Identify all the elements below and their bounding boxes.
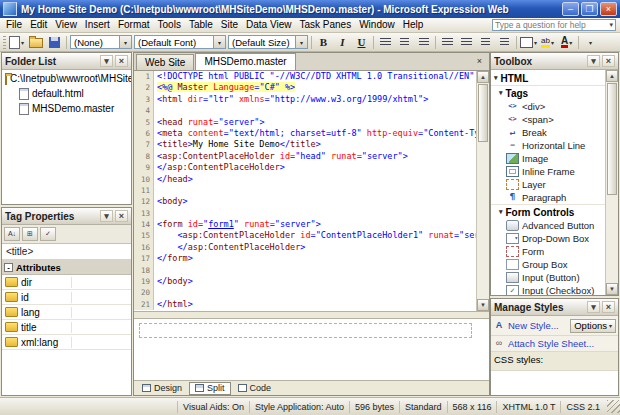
- scroll-down-icon[interactable]: ▼: [606, 283, 618, 295]
- toolbox-item-layer[interactable]: Layer: [491, 178, 605, 191]
- file-item-default-html[interactable]: default.html: [2, 86, 131, 101]
- align-center-button[interactable]: [396, 34, 413, 50]
- attribute-row-title[interactable]: title: [2, 320, 131, 335]
- scroll-down-icon[interactable]: ▼: [477, 299, 489, 311]
- file-item-mhsdemo-master[interactable]: MHSDemo.master: [2, 101, 131, 116]
- code-view[interactable]: 1<!DOCTYPE html PUBLIC "-//W3C//DTD XHTM…: [134, 71, 489, 312]
- toolbox-item-input-button[interactable]: Input (Button): [491, 271, 605, 284]
- scroll-up-icon[interactable]: ▲: [477, 71, 489, 83]
- close-icon[interactable]: ×: [602, 55, 615, 67]
- design-view[interactable]: [134, 319, 489, 381]
- toolbox-section-html[interactable]: ▾HTML: [491, 71, 605, 85]
- menu-item-file[interactable]: File: [2, 18, 26, 32]
- resize-grip[interactable]: [607, 400, 620, 413]
- attribute-row-dir[interactable]: dir: [2, 275, 131, 290]
- scroll-thumb[interactable]: [607, 83, 617, 195]
- underline-button[interactable]: U: [353, 34, 370, 50]
- decrease-indent-button[interactable]: [477, 34, 494, 50]
- tab-mhsdemo-master[interactable]: MHSDemo.master: [195, 53, 295, 70]
- open-button[interactable]: [27, 34, 44, 50]
- folder-list-header[interactable]: Folder List ▾ ×: [2, 53, 131, 70]
- panel-menu-icon[interactable]: ▾: [100, 55, 113, 67]
- attributes-section-header[interactable]: - Attributes: [2, 260, 131, 275]
- scroll-up-icon[interactable]: ▲: [606, 70, 618, 82]
- chevron-down-icon[interactable]: ▾: [295, 36, 307, 48]
- view-button-split[interactable]: Split: [189, 382, 231, 395]
- font-dropdown[interactable]: (Default Font)▾: [134, 35, 226, 49]
- tag-properties-header[interactable]: Tag Properties ▾ ×: [2, 208, 131, 225]
- borders-button[interactable]: ▾: [520, 34, 537, 50]
- manage-styles-header[interactable]: Manage Styles ▾ ×: [491, 299, 618, 316]
- toolbox-item-span[interactable]: <span>: [491, 113, 605, 126]
- increase-indent-button[interactable]: [496, 34, 513, 50]
- close-icon[interactable]: ×: [115, 210, 128, 222]
- toolbox-item-div[interactable]: <div>: [491, 100, 605, 113]
- scroll-thumb[interactable]: [478, 84, 488, 142]
- toolbox-item-input-checkbox[interactable]: Input (Checkbox): [491, 284, 605, 295]
- close-icon[interactable]: ×: [115, 55, 128, 67]
- italic-button[interactable]: I: [334, 34, 351, 50]
- toolbox-item-image[interactable]: Image: [491, 152, 605, 165]
- chevron-down-icon[interactable]: ▾: [119, 36, 131, 48]
- toolbox-item-break[interactable]: Break: [491, 126, 605, 139]
- code-scrollbar[interactable]: ▲ ▼: [476, 71, 489, 311]
- menu-item-table[interactable]: Table: [185, 18, 217, 32]
- menu-item-edit[interactable]: Edit: [26, 18, 51, 32]
- toolbox-item-paragraph[interactable]: Paragraph: [491, 191, 605, 204]
- tab-web-site[interactable]: Web Site: [136, 54, 194, 70]
- toolbox-item-form[interactable]: Form: [491, 245, 605, 258]
- close-icon[interactable]: ×: [602, 301, 615, 313]
- minimize-button[interactable]: –: [562, 2, 579, 16]
- new-style-link[interactable]: A New Style...: [493, 320, 559, 331]
- toolbox-item-advanced-button[interactable]: Advanced Button: [491, 219, 605, 232]
- sort-categorized-button[interactable]: ⊞: [22, 227, 38, 241]
- panel-menu-icon[interactable]: ▾: [587, 55, 600, 67]
- menu-item-tools[interactable]: Tools: [154, 18, 185, 32]
- show-set-properties-button[interactable]: ✓: [40, 227, 56, 241]
- panel-menu-icon[interactable]: ▾: [100, 210, 113, 222]
- menu-item-insert[interactable]: Insert: [81, 18, 114, 32]
- toolbox-item-group-box[interactable]: Group Box: [491, 258, 605, 271]
- split-view-divider[interactable]: [134, 312, 489, 319]
- menu-item-help[interactable]: Help: [399, 18, 428, 32]
- options-button[interactable]: Options ▾: [570, 319, 616, 333]
- attribute-row-xml-lang[interactable]: xml:lang: [2, 335, 131, 350]
- style-dropdown[interactable]: (None)▾: [70, 35, 132, 49]
- close-document-icon[interactable]: ×: [473, 56, 486, 68]
- close-button[interactable]: ×: [600, 2, 617, 16]
- toolbox-section-form-controls[interactable]: ▾Form Controls: [491, 204, 605, 219]
- new-document-button[interactable]: ▾: [8, 34, 25, 50]
- attach-style-sheet-link[interactable]: ∞ Attach Style Sheet...: [493, 338, 594, 349]
- toolbox-header[interactable]: Toolbox ▾ ×: [491, 53, 618, 70]
- bullet-list-button[interactable]: [458, 34, 475, 50]
- toolbox-item-inline-frame[interactable]: Inline Frame: [491, 165, 605, 178]
- attribute-row-lang[interactable]: lang: [2, 305, 131, 320]
- maximize-button[interactable]: ❐: [581, 2, 598, 16]
- collapse-icon[interactable]: -: [4, 263, 13, 272]
- menu-item-data-view[interactable]: Data View: [242, 18, 295, 32]
- bold-button[interactable]: B: [315, 34, 332, 50]
- font-size-dropdown[interactable]: (Default Size)▾: [228, 35, 308, 49]
- font-color-button[interactable]: A▾: [558, 34, 575, 50]
- numbered-list-button[interactable]: [439, 34, 456, 50]
- highlight-color-button[interactable]: ab▾: [539, 34, 556, 50]
- sort-alphabetical-button[interactable]: A↓: [4, 227, 20, 241]
- menu-item-task-panes[interactable]: Task Panes: [295, 18, 355, 32]
- menu-item-window[interactable]: Window: [355, 18, 399, 32]
- toolbox-section-tags[interactable]: ▾Tags: [491, 85, 605, 100]
- toolbar-options-button[interactable]: ▾: [582, 34, 599, 50]
- attribute-row-id[interactable]: id: [2, 290, 131, 305]
- view-button-design[interactable]: Design: [136, 382, 188, 395]
- panel-menu-icon[interactable]: ▾: [587, 301, 600, 313]
- chevron-down-icon[interactable]: ▾: [213, 36, 225, 48]
- toolbar-grip[interactable]: [3, 36, 6, 49]
- design-form-region[interactable]: [139, 323, 472, 338]
- toolbox-scrollbar[interactable]: ▲ ▼: [605, 70, 618, 295]
- menu-item-view[interactable]: View: [51, 18, 81, 32]
- folder-root[interactable]: C:\Inetpub\wwwroot\MHSiteDemo: [2, 71, 131, 86]
- toolbox-item-drop-down-box[interactable]: Drop-Down Box: [491, 232, 605, 245]
- help-search-box[interactable]: Type a question for help ▾: [492, 19, 616, 31]
- toolbox-item-horizontal-line[interactable]: Horizontal Line: [491, 139, 605, 152]
- align-left-button[interactable]: [377, 34, 394, 50]
- view-button-code[interactable]: Code: [232, 382, 278, 395]
